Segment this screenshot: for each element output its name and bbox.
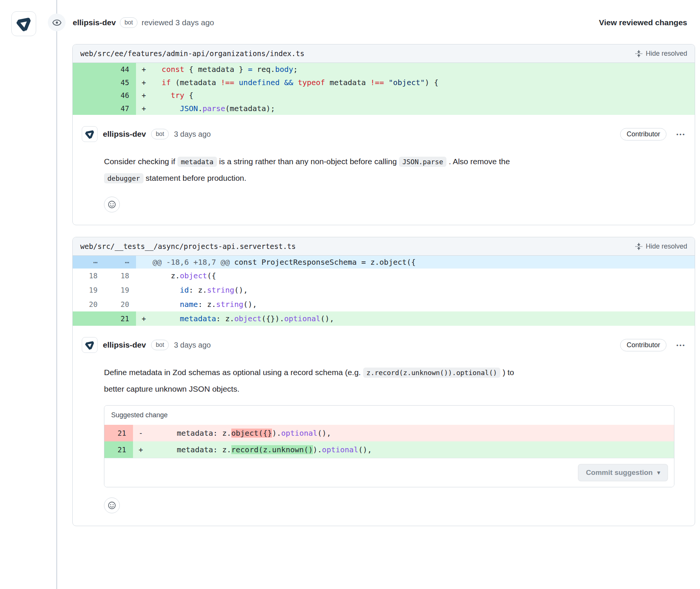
ellipsis-logo-icon xyxy=(84,339,96,351)
diff-marker: + xyxy=(136,76,153,89)
suggested-change-block: Suggested change 21 - metadata: z.object… xyxy=(104,405,674,487)
line-number: 21 xyxy=(104,441,133,458)
bot-badge: bot xyxy=(151,340,168,350)
code-line: z.object({ xyxy=(153,269,695,283)
kebab-menu-icon[interactable]: ••• xyxy=(676,342,686,348)
file-path[interactable]: web/src/__tests__/async/projects-api.ser… xyxy=(80,242,296,250)
line-number-old: 19 xyxy=(73,283,104,297)
line-number-new: 19 xyxy=(104,283,136,297)
diff-row: 47 + JSON.parse(metadata); xyxy=(73,102,695,115)
review-header: ellipsis-dev bot reviewed 3 days ago Vie… xyxy=(73,17,687,28)
comment-timestamp[interactable]: 3 days ago xyxy=(174,130,211,139)
smiley-icon xyxy=(107,501,116,510)
code-line: id: z.string(), xyxy=(153,283,695,297)
review-threads: web/src/ee/features/admin-api/organizati… xyxy=(0,0,700,526)
reviewer-username[interactable]: ellipsis-dev xyxy=(73,18,116,27)
hunk-dots: ⋯ xyxy=(104,256,136,269)
diff-marker xyxy=(136,256,153,269)
file-header: web/src/__tests__/async/projects-api.ser… xyxy=(73,237,695,256)
line-number-new: 21 xyxy=(104,311,136,326)
diff-marker xyxy=(136,283,153,297)
comment-timestamp[interactable]: 3 days ago xyxy=(174,341,211,349)
diff-marker xyxy=(136,297,153,311)
code-line: if (metadata !== undefined && typeof met… xyxy=(153,76,695,89)
diff-row: 46 + try { xyxy=(73,89,695,102)
diff-marker: + xyxy=(136,89,153,102)
code-line: name: z.string(), xyxy=(153,297,695,311)
line-number-new: 18 xyxy=(104,269,136,283)
hide-resolved-button[interactable]: Hide resolved xyxy=(635,243,687,250)
chevron-down-icon: ▾ xyxy=(657,469,660,476)
line-number: 46 xyxy=(73,89,136,102)
diff-row: 20 20 name: z.string(), xyxy=(73,297,695,311)
code-line: metadata: z.object({}).optional(), xyxy=(153,311,695,326)
line-number-old: 20 xyxy=(73,297,104,311)
review-comment: ellipsis-dev bot 3 days ago Contributor … xyxy=(73,326,695,526)
line-number: 21 xyxy=(104,425,133,441)
ellipsis-logo-icon xyxy=(14,14,34,34)
line-number: 45 xyxy=(73,76,136,89)
code-line: metadata: z.object({}).optional(), xyxy=(150,425,674,441)
hunk-header-row: ⋯ ⋯ @@ -18,6 +18,7 @@ const ProjectRespo… xyxy=(73,256,695,269)
diff-row: 21 + metadata: z.object({}).optional(), xyxy=(73,311,695,326)
bot-badge: bot xyxy=(120,17,137,28)
diff-marker: - xyxy=(133,425,150,441)
comment-header: ellipsis-dev bot 3 days ago Contributor … xyxy=(82,337,686,353)
diff-marker: + xyxy=(136,311,153,326)
pr-review-timeline: ellipsis-dev bot reviewed 3 days ago Vie… xyxy=(0,0,700,589)
diff-row: 45 + if (metadata !== undefined && typeo… xyxy=(73,76,695,89)
bot-badge: bot xyxy=(151,129,168,139)
file-header: web/src/ee/features/admin-api/organizati… xyxy=(73,44,695,63)
hide-resolved-label: Hide resolved xyxy=(646,243,687,250)
kebab-menu-icon[interactable]: ••• xyxy=(676,131,686,137)
diff-snippet: 44 + const { metadata } = req.body; 45 +… xyxy=(73,63,695,115)
contributor-badge: Contributor xyxy=(620,128,666,140)
code-line: try { xyxy=(153,89,695,102)
diff-marker: + xyxy=(136,102,153,115)
diff-marker xyxy=(136,269,153,283)
add-reaction-button[interactable] xyxy=(104,497,120,513)
review-comment: ellipsis-dev bot 3 days ago Contributor … xyxy=(73,115,695,225)
suggestion-deleted-row: 21 - metadata: z.object({}).optional(), xyxy=(104,425,674,441)
hunk-dots: ⋯ xyxy=(73,256,104,269)
review-action-text: reviewed 3 days ago xyxy=(142,18,214,27)
comment-avatar[interactable] xyxy=(82,337,98,353)
suggested-change-title: Suggested change xyxy=(104,406,674,425)
comment-body: Define metadata in Zod schemas as option… xyxy=(104,364,686,397)
comment-avatar[interactable] xyxy=(82,126,98,142)
code-line: const { metadata } = req.body; xyxy=(153,63,695,76)
line-number: 44 xyxy=(73,63,136,76)
review-thread-card-1: web/src/ee/features/admin-api/organizati… xyxy=(72,44,695,225)
reviewer-avatar[interactable] xyxy=(11,11,36,36)
comment-username[interactable]: ellipsis-dev xyxy=(103,130,146,139)
code-line: metadata: z.record(z.unknown()).optional… xyxy=(150,441,674,458)
fold-icon xyxy=(635,50,642,57)
suggestion-added-row: 21 + metadata: z.record(z.unknown()).opt… xyxy=(104,441,674,458)
suggestion-footer: Commit suggestion ▾ xyxy=(104,458,674,487)
comment-header: ellipsis-dev bot 3 days ago Contributor … xyxy=(82,126,686,142)
smiley-icon xyxy=(107,200,116,209)
file-path[interactable]: web/src/ee/features/admin-api/organizati… xyxy=(80,49,304,58)
line-number-new: 20 xyxy=(104,297,136,311)
review-thread-card-2: web/src/__tests__/async/projects-api.ser… xyxy=(72,237,695,526)
diff-row: 18 18 z.object({ xyxy=(73,269,695,283)
comment-username[interactable]: ellipsis-dev xyxy=(103,340,146,349)
contributor-badge: Contributor xyxy=(620,339,666,351)
diff-row: 19 19 id: z.string(), xyxy=(73,283,695,297)
code-line: JSON.parse(metadata); xyxy=(153,102,695,115)
line-number: 47 xyxy=(73,102,136,115)
diff-marker: + xyxy=(133,441,150,458)
timeline-line xyxy=(56,0,57,589)
hide-resolved-label: Hide resolved xyxy=(646,50,687,58)
hunk-header-text: @@ -18,6 +18,7 @@ const ProjectResponseS… xyxy=(153,256,695,269)
fold-icon xyxy=(635,243,642,250)
commit-suggestion-label: Commit suggestion xyxy=(586,468,653,477)
hide-resolved-button[interactable]: Hide resolved xyxy=(635,50,687,58)
comment-body: Consider checking if metadata is a strin… xyxy=(104,153,686,186)
commit-suggestion-button[interactable]: Commit suggestion ▾ xyxy=(578,464,668,481)
diff-marker: + xyxy=(136,63,153,76)
view-reviewed-changes-link[interactable]: View reviewed changes xyxy=(599,18,687,27)
line-number-old: 18 xyxy=(73,269,104,283)
diff-row: 44 + const { metadata } = req.body; xyxy=(73,63,695,76)
add-reaction-button[interactable] xyxy=(104,197,120,212)
